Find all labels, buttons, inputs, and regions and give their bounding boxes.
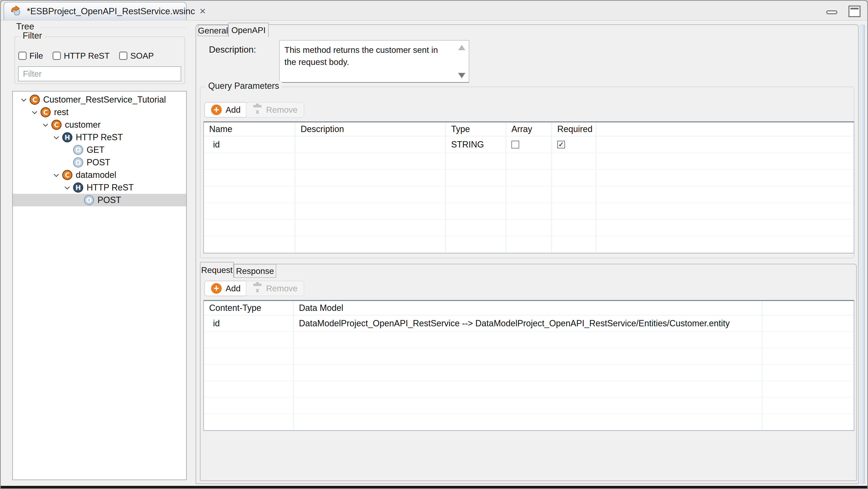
tab-request[interactable]: Request	[200, 262, 234, 278]
table-row-empty[interactable]	[204, 203, 854, 220]
tree-item-rest[interactable]: C rest	[13, 106, 186, 119]
service-tree: C Customer_RestService_Tutorial C rest C…	[12, 91, 187, 480]
table-row-empty[interactable]	[204, 398, 854, 414]
column-header-required[interactable]: Required	[552, 122, 596, 136]
table-row-empty[interactable]	[204, 348, 854, 365]
column-header-data-model[interactable]: Data Model	[293, 301, 762, 315]
tree-item-customer-restservice-tutorial[interactable]: C Customer_RestService_Tutorial	[13, 93, 186, 106]
table-row-empty[interactable]	[204, 381, 854, 398]
chevron-down-icon[interactable]	[64, 185, 70, 190]
check-icon: ✓	[558, 141, 564, 148]
remove-icon: x	[253, 104, 262, 115]
table-row-empty[interactable]	[204, 170, 854, 186]
tree-item-get[interactable]: O GET	[13, 144, 186, 156]
tree-item-customer[interactable]: C customer	[13, 119, 186, 131]
table-row-empty[interactable]	[204, 186, 854, 203]
query-parameters-legend: Query Parameters	[205, 81, 282, 91]
chevron-down-icon[interactable]	[54, 134, 59, 140]
column-header-type[interactable]: Type	[446, 122, 506, 136]
filter-group-legend: Filter	[20, 31, 45, 41]
tree-item-http-rest-datamodel[interactable]: H HTTP ReST	[13, 181, 186, 194]
tab-response-label: Response	[236, 266, 274, 276]
tree-item-post[interactable]: O POST	[13, 156, 186, 169]
table-row-empty[interactable]	[204, 220, 854, 236]
chevron-down-icon[interactable]	[21, 97, 27, 102]
editor-tab-title: *ESBProject_OpenAPI_RestService.wsinc	[27, 6, 195, 17]
filter-option-http-rest: ✓ HTTP ReST	[53, 51, 110, 61]
tab-response[interactable]: Response	[234, 264, 276, 278]
cell-filler	[596, 136, 854, 153]
cell-required: ✓	[552, 136, 596, 153]
column-header-filler	[762, 301, 854, 315]
filter-option-soap: ✓ SOAP	[119, 51, 154, 61]
remove-query-parameter-button[interactable]: x Remove	[246, 102, 304, 118]
operation-icon: O	[84, 195, 94, 205]
table-row-id[interactable]: id DataModelProject_OpenAPI_RestService …	[204, 315, 854, 332]
category-icon: C	[62, 170, 72, 180]
tree-item-post-selected[interactable]: O POST	[13, 194, 186, 206]
table-row-empty[interactable]	[204, 414, 854, 430]
chevron-down-icon[interactable]	[32, 109, 38, 115]
close-icon[interactable]: ✕	[199, 6, 206, 16]
description-label: Description:	[209, 44, 256, 55]
column-header-description[interactable]: Description	[295, 122, 446, 136]
tree-item-http-rest[interactable]: H HTTP ReST	[13, 131, 186, 144]
remove-button-label: Remove	[266, 105, 298, 115]
remove-content-type-button[interactable]: x Remove	[246, 281, 304, 296]
category-icon: C	[51, 120, 62, 130]
tab-general-label: General	[198, 26, 228, 35]
tab-request-label: Request	[201, 265, 232, 275]
divider	[41, 27, 187, 28]
window-bottom-edge	[1, 486, 867, 488]
required-checkbox[interactable]: ✓	[557, 141, 565, 148]
column-header-array[interactable]: Array	[506, 122, 552, 136]
chevron-down-icon[interactable]	[43, 122, 49, 128]
http-rest-checkbox-label: HTTP ReST	[64, 51, 110, 61]
cell-name: id	[204, 136, 295, 153]
minimize-button[interactable]	[826, 10, 837, 14]
chevron-down-icon[interactable]	[54, 172, 59, 178]
file-checkbox-label: File	[29, 51, 43, 61]
table-row-empty[interactable]	[204, 332, 854, 348]
column-header-content-type[interactable]: Content-Type	[204, 301, 293, 315]
filter-option-file: ✓ File	[18, 51, 43, 61]
description-text: This method returns the customer sent in…	[284, 44, 448, 68]
http-rest-checkbox[interactable]: ✓	[53, 52, 61, 60]
maximize-glyph	[850, 8, 859, 9]
tree-item-datamodel[interactable]: C datamodel	[13, 169, 186, 181]
editor-tab[interactable]: *ESBProject_OpenAPI_RestService.wsinc ✕	[4, 2, 186, 20]
request-content-table: Content-Type Data Model id DataModelProj…	[204, 300, 854, 431]
array-checkbox[interactable]: ✓	[512, 141, 519, 148]
add-button-label: Add	[225, 105, 241, 115]
scroll-down-icon[interactable]	[458, 73, 465, 78]
soap-checkbox[interactable]: ✓	[119, 52, 127, 60]
category-icon: C	[30, 95, 40, 105]
remove-button-label: Remove	[266, 284, 298, 293]
scroll-up-icon[interactable]	[458, 45, 465, 50]
filter-input[interactable]	[18, 66, 181, 81]
vertical-scrollbar[interactable]	[860, 25, 865, 484]
operation-icon: O	[73, 145, 83, 155]
cell-data-model: DataModelProject_OpenAPI_RestService -->…	[293, 315, 762, 331]
chevron-placeholder	[64, 147, 70, 153]
tab-general[interactable]: General	[198, 25, 228, 36]
filter-checkbox-row: ✓ File ✓ HTTP ReST ✓ SOAP	[18, 51, 154, 61]
description-textarea[interactable]: This method returns the customer sent in…	[279, 40, 469, 83]
file-checkbox[interactable]: ✓	[18, 52, 27, 60]
table-row-id[interactable]: id STRING ✓ ✓	[204, 136, 854, 153]
tab-openapi[interactable]: OpenAPI	[228, 23, 269, 37]
maximize-button[interactable]	[848, 5, 861, 17]
cell-description	[295, 136, 446, 153]
table-row-empty[interactable]	[204, 153, 854, 170]
table-row-empty[interactable]	[204, 365, 854, 381]
cell-array: ✓	[506, 136, 552, 153]
table-row-empty[interactable]	[204, 236, 854, 253]
remove-icon: x	[253, 283, 262, 294]
add-query-parameter-button[interactable]: + Add	[204, 102, 247, 118]
http-rest-icon: H	[73, 182, 83, 193]
filter-group: Filter ✓ File ✓ HTTP ReST ✓ SOAP	[14, 36, 185, 84]
table-header-row: Name Description Type Array Required	[204, 122, 854, 136]
add-content-type-button[interactable]: + Add	[204, 281, 247, 296]
chevron-placeholder	[64, 159, 70, 165]
column-header-name[interactable]: Name	[204, 122, 295, 136]
